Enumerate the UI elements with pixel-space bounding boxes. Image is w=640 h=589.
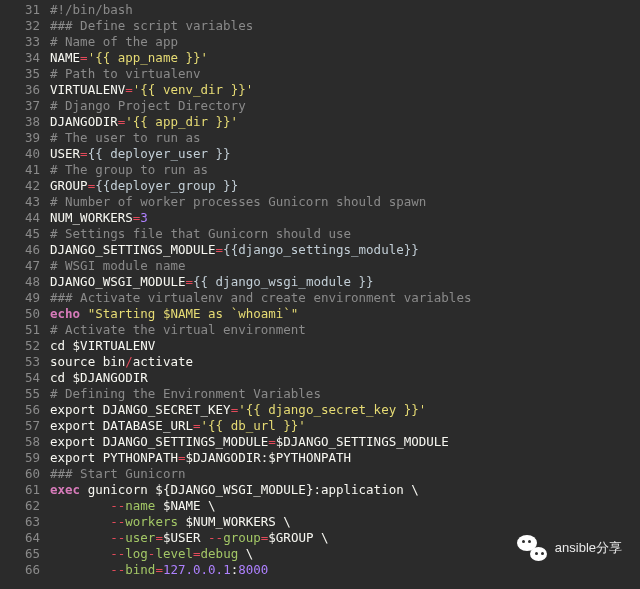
code-line: NAME='{{ app_name }}': [50, 50, 640, 66]
line-number: 58: [0, 434, 40, 450]
code-token: 127.0.0.1: [163, 562, 231, 577]
code-area: #!/bin/bash### Define script variables# …: [50, 2, 640, 578]
line-number: 43: [0, 194, 40, 210]
line-number: 41: [0, 162, 40, 178]
code-token: --: [110, 562, 125, 577]
code-token: group: [223, 530, 261, 545]
code-token: DJANGODIR: [50, 114, 118, 129]
code-token: export DATABASE_URL: [50, 418, 193, 433]
line-number: 39: [0, 130, 40, 146]
code-line: --bind=127.0.0.1:8000: [50, 562, 640, 578]
line-number: 56: [0, 402, 40, 418]
line-number: 63: [0, 514, 40, 530]
code-line: --name $NAME \: [50, 498, 640, 514]
code-line: export DJANGO_SECRET_KEY='{{ django_secr…: [50, 402, 640, 418]
code-line: # The user to run as: [50, 130, 640, 146]
code-token: ### Activate virtualenv and create envir…: [50, 290, 471, 305]
code-token: 3: [140, 210, 148, 225]
code-token: echo: [50, 306, 88, 321]
code-token: =: [216, 242, 224, 257]
code-token: {{django_settings_module}}: [223, 242, 419, 257]
code-token: bind: [125, 562, 155, 577]
line-number: 31: [0, 2, 40, 18]
code-token: # Settings file that Gunicorn should use: [50, 226, 351, 241]
code-line: #!/bin/bash: [50, 2, 640, 18]
code-token: /: [125, 354, 133, 369]
code-line: exec gunicorn ${DJANGO_WSGI_MODULE}:appl…: [50, 482, 640, 498]
code-token: source bin: [50, 354, 125, 369]
code-token: [50, 498, 110, 513]
line-number: 61: [0, 482, 40, 498]
code-token: # Path to virtualenv: [50, 66, 201, 81]
line-number: 33: [0, 34, 40, 50]
code-token: export DJANGO_SETTINGS_MODULE: [50, 434, 268, 449]
line-number: 50: [0, 306, 40, 322]
line-number: 49: [0, 290, 40, 306]
line-number: 62: [0, 498, 40, 514]
wechat-icon: [517, 533, 547, 563]
code-token: # The group to run as: [50, 162, 208, 177]
code-token: $GROUP \: [268, 530, 328, 545]
code-line: export DATABASE_URL='{{ db_url }}': [50, 418, 640, 434]
wechat-watermark: ansible分享: [517, 533, 622, 563]
code-line: # The group to run as: [50, 162, 640, 178]
code-token: =: [155, 562, 163, 577]
code-token: 8000: [238, 562, 268, 577]
code-token: \: [238, 546, 253, 561]
code-token: '{{ app_dir }}': [125, 114, 238, 129]
code-token: $USER: [163, 530, 208, 545]
code-token: '{{ django_secret_key }}': [238, 402, 426, 417]
line-number-gutter: 3132333435363738394041424344454647484950…: [0, 2, 50, 578]
code-editor: 3132333435363738394041424344454647484950…: [0, 0, 640, 578]
code-token: =: [193, 546, 201, 561]
code-token: exec: [50, 482, 88, 497]
code-token: workers: [125, 514, 178, 529]
code-token: =: [193, 418, 201, 433]
code-line: # Django Project Directory: [50, 98, 640, 114]
line-number: 44: [0, 210, 40, 226]
line-number: 40: [0, 146, 40, 162]
line-number: 48: [0, 274, 40, 290]
line-number: 37: [0, 98, 40, 114]
code-token: [50, 530, 110, 545]
code-line: # Defining the Environment Variables: [50, 386, 640, 402]
code-token: # Number of worker processes Gunicorn sh…: [50, 194, 426, 209]
code-token: $DJANGODIR:$PYTHONPATH: [185, 450, 351, 465]
code-token: [50, 546, 110, 561]
code-line: GROUP={{deployer_group }}: [50, 178, 640, 194]
wechat-label: ansible分享: [555, 540, 622, 556]
line-number: 57: [0, 418, 40, 434]
line-number: 52: [0, 338, 40, 354]
line-number: 66: [0, 562, 40, 578]
code-line: USER={{ deployer_user }}: [50, 146, 640, 162]
line-number: 38: [0, 114, 40, 130]
code-token: export DJANGO_SECRET_KEY: [50, 402, 231, 417]
code-line: DJANGO_WSGI_MODULE={{ django_wsgi_module…: [50, 274, 640, 290]
code-token: activate: [133, 354, 193, 369]
line-number: 53: [0, 354, 40, 370]
code-token: USER: [50, 146, 80, 161]
code-token: log: [125, 546, 148, 561]
code-token: # Activate the virtual environment: [50, 322, 306, 337]
code-line: export DJANGO_SETTINGS_MODULE=$DJANGO_SE…: [50, 434, 640, 450]
code-token: name: [125, 498, 155, 513]
line-number: 45: [0, 226, 40, 242]
code-token: '{{ venv_dir }}': [133, 82, 253, 97]
code-token: NUM_WORKERS: [50, 210, 133, 225]
code-token: --: [208, 530, 223, 545]
code-token: '{{ app_name }}': [88, 50, 208, 65]
code-line: source bin/activate: [50, 354, 640, 370]
code-token: gunicorn ${DJANGO_WSGI_MODULE}:applicati…: [88, 482, 419, 497]
code-token: debug: [201, 546, 239, 561]
code-token: --: [110, 514, 125, 529]
code-token: user: [125, 530, 155, 545]
code-line: ### Define script variables: [50, 18, 640, 34]
code-token: DJANGO_WSGI_MODULE: [50, 274, 185, 289]
code-line: --workers $NUM_WORKERS \: [50, 514, 640, 530]
code-token: # WSGI module name: [50, 258, 185, 273]
code-token: {{ django_wsgi_module }}: [193, 274, 374, 289]
line-number: 32: [0, 18, 40, 34]
line-number: 35: [0, 66, 40, 82]
line-number: 59: [0, 450, 40, 466]
line-number: 47: [0, 258, 40, 274]
